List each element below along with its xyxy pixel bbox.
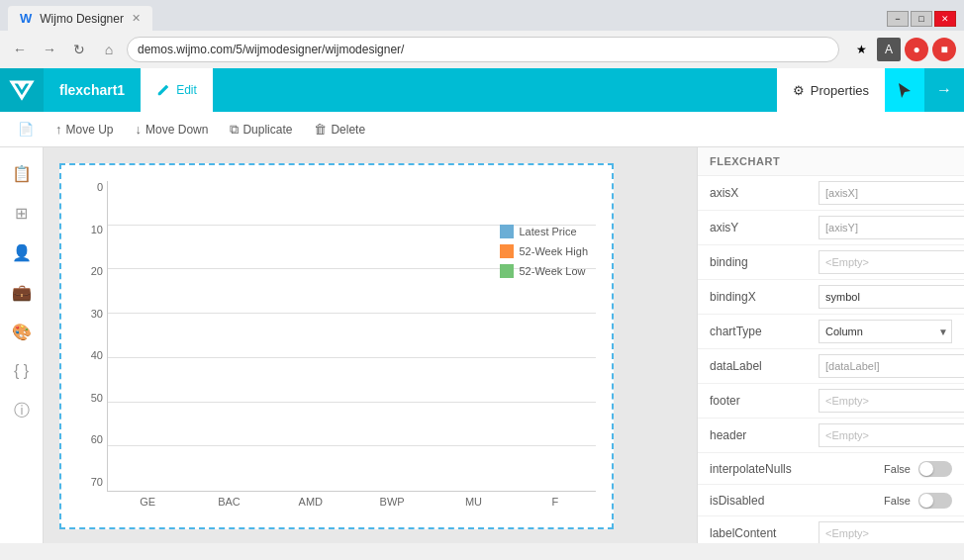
toggle-row-isDisabled: False <box>819 493 952 509</box>
toggle-row-interpolateNulls: False <box>819 461 952 477</box>
arrow-button[interactable]: → <box>924 68 964 112</box>
properties-label: Properties <box>811 83 869 98</box>
toggle-label-isDisabled: False <box>884 495 911 507</box>
edit-icon <box>156 83 170 97</box>
y-label-60: 60 <box>77 433 103 445</box>
y-label-30: 30 <box>77 308 103 320</box>
prop-input-binding[interactable] <box>819 250 964 274</box>
toggle-isDisabled[interactable] <box>918 493 952 509</box>
prop-row-labelContent: labelContent <box>698 516 964 543</box>
address-input[interactable] <box>127 37 839 62</box>
window-minimize-button[interactable]: − <box>887 11 909 27</box>
sidebar-icon-code[interactable]: { } <box>4 353 40 389</box>
prop-input-dataLabel[interactable] <box>819 354 964 378</box>
file-icon: 📄 <box>18 122 34 137</box>
legend-color-green <box>500 264 514 278</box>
prop-label-header: header <box>710 428 819 442</box>
right-panel: FLEXCHART axisX ⚙ axisY ⚙ binding <box>697 147 964 543</box>
prop-label-labelContent: labelContent <box>710 526 819 540</box>
delete-label: Delete <box>331 123 365 137</box>
prop-value-dataLabel: ⚙ <box>819 354 964 378</box>
prop-label-binding: binding <box>710 255 819 269</box>
prop-value-isDisabled: False <box>819 493 952 509</box>
window-maximize-button[interactable]: □ <box>911 11 932 27</box>
prop-input-bindingX[interactable] <box>819 285 964 309</box>
cursor-button[interactable] <box>885 68 924 112</box>
toggle-label-interpolateNulls: False <box>884 463 911 475</box>
prop-value-chartType: Column Bar Line Area ▼ <box>819 320 952 343</box>
tab-title: Wijmo Designer <box>40 12 124 26</box>
prop-value-header <box>819 423 964 447</box>
prop-input-header[interactable] <box>819 423 964 447</box>
left-sidebar: 📋 ⊞ 👤 💼 🎨 { } ⓘ <box>0 147 44 543</box>
properties-button[interactable]: ⚙ Properties <box>777 68 885 112</box>
sidebar-icon-file[interactable]: 📋 <box>4 155 40 191</box>
prop-value-bindingX <box>819 285 964 309</box>
duplicate-button[interactable]: ⧉ Duplicate <box>220 118 302 141</box>
chart-container: 70 60 50 40 30 20 10 0 <box>59 163 614 529</box>
prop-label-chartType: chartType <box>710 325 819 338</box>
toggle-interpolateNulls[interactable] <box>918 461 952 477</box>
app-logo <box>0 68 44 112</box>
y-label-50: 50 <box>77 392 103 404</box>
prop-input-labelContent[interactable] <box>819 521 964 543</box>
arrow-up-icon: ↑ <box>55 122 62 137</box>
sidebar-icon-briefcase[interactable]: 💼 <box>4 274 40 310</box>
address-bar: ← → ↻ ⌂ ★ A ● ■ <box>0 31 964 68</box>
legend-label-green: 52-Week Low <box>520 265 586 277</box>
sidebar-icon-info[interactable]: ⓘ <box>4 393 40 428</box>
refresh-button[interactable]: ↻ <box>67 38 91 61</box>
prop-label-axisX: axisX <box>710 186 819 200</box>
bookmark-button[interactable]: ★ <box>849 38 873 61</box>
legend-item-green: 52-Week Low <box>500 264 589 278</box>
window-close-button[interactable]: ✕ <box>934 11 956 27</box>
prop-label-axisY: axisY <box>710 221 819 234</box>
prop-value-footer <box>819 389 964 413</box>
tab-close-button[interactable]: ✕ <box>132 12 141 25</box>
browser-tab[interactable]: W Wijmo Designer ✕ <box>8 6 152 31</box>
home-button[interactable]: ⌂ <box>97 38 121 61</box>
edit-label: Edit <box>176 83 197 97</box>
prop-row-axisY: axisY ⚙ <box>698 211 964 245</box>
prop-label-isDisabled: isDisabled <box>710 494 819 508</box>
extension-button-3[interactable]: ■ <box>932 38 956 61</box>
move-down-button[interactable]: ↓ Move Down <box>126 118 219 140</box>
legend-label-orange: 52-Week High <box>520 245 589 257</box>
prop-input-axisX[interactable] <box>819 181 964 205</box>
prop-label-dataLabel: dataLabel <box>710 359 819 373</box>
main-content: 📋 ⊞ 👤 💼 🎨 { } ⓘ 70 60 50 40 30 20 <box>0 147 964 543</box>
canvas-area[interactable]: 70 60 50 40 30 20 10 0 <box>44 147 697 543</box>
sidebar-icon-paint[interactable]: 🎨 <box>4 314 40 349</box>
extension-button-2[interactable]: ● <box>905 38 928 61</box>
toggle-thumb-isDisabled <box>919 494 933 508</box>
forward-button[interactable]: → <box>38 38 61 61</box>
toolbar: 📄 ↑ Move Up ↓ Move Down ⧉ Duplicate 🗑 De… <box>0 112 964 147</box>
prop-label-footer: footer <box>710 394 819 408</box>
svg-marker-1 <box>17 82 27 90</box>
browser-chrome: W Wijmo Designer ✕ − □ ✕ ← → ↻ ⌂ ★ A ● ■ <box>0 0 964 68</box>
back-button[interactable]: ← <box>8 38 32 61</box>
app-title: flexchart1 <box>44 82 141 98</box>
delete-button[interactable]: 🗑 Delete <box>304 118 375 140</box>
prop-value-interpolateNulls: False <box>819 461 952 477</box>
move-up-button[interactable]: ↑ Move Up <box>46 118 124 140</box>
edit-tab[interactable]: Edit <box>141 68 213 112</box>
prop-select-chartType[interactable]: Column Bar Line Area <box>819 320 952 343</box>
sidebar-icon-copy[interactable]: ⊞ <box>4 195 40 231</box>
prop-value-binding <box>819 250 964 274</box>
y-label-10: 10 <box>77 224 103 235</box>
new-button[interactable]: 📄 <box>8 118 44 140</box>
extension-button-1[interactable]: A <box>877 38 901 61</box>
x-axis-labels: GE BAC AMD BWP MU F <box>107 492 596 512</box>
app-topbar: flexchart1 Edit ⚙ Properties → <box>0 68 964 112</box>
prop-row-chartType: chartType Column Bar Line Area ▼ <box>698 315 964 349</box>
sidebar-icon-user[interactable]: 👤 <box>4 234 40 270</box>
prop-label-interpolateNulls: interpolateNulls <box>710 462 819 476</box>
prop-row-header: header <box>698 419 964 453</box>
x-label-amd: AMD <box>270 496 351 508</box>
legend-item-blue: Latest Price <box>500 225 589 238</box>
prop-input-footer[interactable] <box>819 389 964 413</box>
prop-input-axisY[interactable] <box>819 216 964 239</box>
y-axis-labels: 70 60 50 40 30 20 10 0 <box>77 181 107 512</box>
arrow-down-icon: ↓ <box>136 122 143 137</box>
